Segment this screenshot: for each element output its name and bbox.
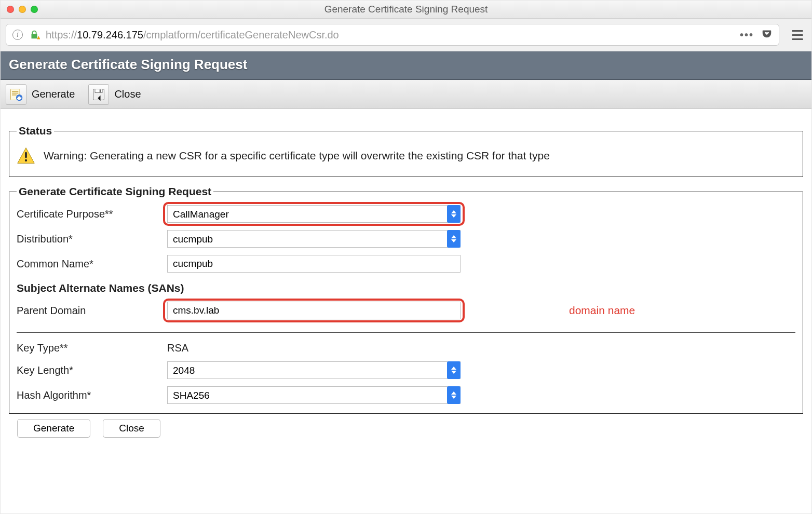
key-type-value: RSA <box>167 342 562 354</box>
form-divider <box>17 332 795 333</box>
svg-rect-11 <box>25 152 27 158</box>
page-actions-icon[interactable]: ••• <box>740 29 754 41</box>
toolbar-generate-label: Generate <box>32 88 75 100</box>
csr-form-legend: Generate Certificate Signing Request <box>17 185 213 198</box>
common-name-input[interactable] <box>167 255 461 273</box>
toolbar-generate-button[interactable]: Generate <box>6 84 75 105</box>
status-warning-text: Warning: Generating a new CSR for a spec… <box>44 150 550 162</box>
sans-heading: Subject Alternate Names (SANs) <box>17 280 795 294</box>
cert-purpose-label: Certificate Purpose** <box>17 208 167 220</box>
svg-marker-0 <box>37 36 40 39</box>
svg-point-12 <box>25 159 27 161</box>
hash-algorithm-label: Hash Algorithm* <box>17 389 167 401</box>
csr-form-fieldset: Generate Certificate Signing Request Cer… <box>9 185 803 414</box>
annotation-domain-name: domain name <box>562 304 795 317</box>
close-button[interactable]: Close <box>103 419 160 438</box>
distribution-select[interactable]: cucmpub <box>167 230 461 248</box>
toolbar: Generate Close <box>1 80 811 109</box>
select-caret-icon <box>447 361 461 379</box>
select-caret-icon <box>447 386 461 404</box>
browser-menu-icon[interactable] <box>792 30 803 40</box>
parent-domain-label: Parent Domain <box>17 305 167 317</box>
form-footer: Generate Close <box>5 419 807 438</box>
key-type-label: Key Type** <box>17 342 167 354</box>
address-bar[interactable]: i https://10.79.246.175/cmplatform/certi… <box>6 24 779 46</box>
toolbar-close-button[interactable]: Close <box>88 84 141 105</box>
certificate-generate-icon <box>6 84 26 105</box>
url-text: https://10.79.246.175/cmplatform/certifi… <box>46 29 735 41</box>
save-close-icon <box>88 84 109 105</box>
status-legend: Status <box>17 125 54 137</box>
distribution-label: Distribution* <box>17 233 167 245</box>
window-title: Generate Certificate Signing Request <box>1 4 811 15</box>
site-info-icon[interactable]: i <box>12 30 23 40</box>
common-name-label: Common Name* <box>17 258 167 270</box>
svg-rect-8 <box>95 89 102 92</box>
svg-rect-4 <box>12 94 17 96</box>
cert-purpose-select[interactable]: CallManager <box>167 205 461 223</box>
pocket-icon[interactable] <box>761 28 773 42</box>
key-length-label: Key Length* <box>17 364 167 376</box>
select-caret-icon <box>447 230 461 248</box>
parent-domain-input[interactable] <box>167 302 461 319</box>
warning-icon <box>17 146 35 165</box>
toolbar-close-label: Close <box>114 88 141 100</box>
hash-algorithm-select[interactable]: SHA256 <box>167 386 461 404</box>
key-length-select[interactable]: 2048 <box>167 361 461 379</box>
browser-chrome: i https://10.79.246.175/cmplatform/certi… <box>1 19 811 51</box>
generate-button[interactable]: Generate <box>17 419 90 438</box>
page-title: Generate Certificate Signing Request <box>1 51 811 80</box>
svg-rect-3 <box>12 92 18 93</box>
svg-rect-9 <box>100 89 101 92</box>
lock-warning-icon[interactable] <box>28 29 40 41</box>
window-titlebar: Generate Certificate Signing Request <box>1 1 811 19</box>
status-fieldset: Status Warning: Generating a new CSR for… <box>9 125 803 177</box>
select-caret-icon <box>447 205 461 223</box>
svg-rect-2 <box>12 91 18 92</box>
